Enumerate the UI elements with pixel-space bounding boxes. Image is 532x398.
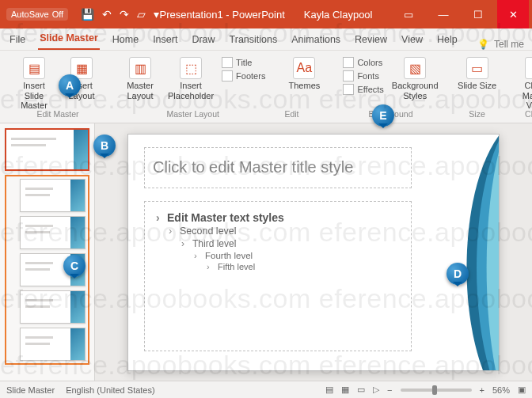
slide-editor[interactable]: Click to edit Master title style Edit Ma… <box>95 123 532 381</box>
title-placeholder-text: Click to edit Master title style <box>153 158 353 176</box>
group-caption: Edit Theme <box>284 106 324 122</box>
layout-thumb[interactable] <box>20 290 86 324</box>
layout-thumb[interactable] <box>20 216 86 249</box>
qat-more-icon[interactable]: ▾ <box>154 8 159 21</box>
autosave-label: AutoSave <box>11 9 49 19</box>
insert-placeholder-button[interactable]: ⬚ Insert Placeholder <box>168 54 214 100</box>
checkbox-icon <box>222 70 233 81</box>
ribbon-group-edit-theme: Aa Themes Edit Theme <box>276 54 332 123</box>
slide-size-icon: ▭ <box>466 57 488 79</box>
callout-c: C <box>63 255 86 277</box>
tab-view[interactable]: View <box>400 30 424 50</box>
slide-master-icon: ▤ <box>23 57 45 79</box>
status-view-label: Slide Master <box>6 385 55 395</box>
autosave-toggle[interactable]: AutoSave Off <box>6 8 68 21</box>
redo-icon[interactable]: ↷ <box>120 8 129 21</box>
callout-d: D <box>446 263 469 285</box>
insert-slide-master-button[interactable]: ▤ Insert Slide Master <box>14 54 54 111</box>
tab-draw[interactable]: Draw <box>190 30 216 50</box>
workspace: Click to edit Master title style Edit Ma… <box>0 123 532 381</box>
tab-review[interactable]: Review <box>353 30 389 50</box>
user-name: Kayla Claypool <box>304 9 373 21</box>
view-sorter-icon[interactable]: ▦ <box>341 385 349 395</box>
effects-icon <box>343 84 354 95</box>
callout-a: A <box>59 74 81 97</box>
body-text-lvl3: Third level <box>181 238 400 249</box>
fonts-icon <box>343 70 354 81</box>
zoom-out-icon[interactable]: − <box>387 385 392 395</box>
layout-thumb[interactable] <box>20 328 86 361</box>
body-placeholder[interactable]: Edit Master text styles Second level Thi… <box>144 201 412 351</box>
placeholder-icon: ⬚ <box>180 57 202 79</box>
quick-access-toolbar: 💾 ↶ ↷ ▱ ▾ <box>81 8 159 21</box>
ribbon-group-close: ✕ Close Master View Close <box>508 54 532 123</box>
tab-home[interactable]: Home <box>111 30 140 50</box>
master-layout-button[interactable]: ▥ Master Layout <box>120 54 160 100</box>
themes-icon: Aa <box>293 57 315 79</box>
themes-button[interactable]: Aa Themes <box>284 54 324 91</box>
slide-canvas[interactable]: Click to edit Master title style Edit Ma… <box>127 134 500 371</box>
tell-me-search[interactable]: 💡 Tell me <box>477 39 524 50</box>
title-bar-left: AutoSave Off 💾 ↶ ↷ ▱ ▾ <box>0 8 159 21</box>
ribbon-group-edit-master: ▤ Insert Slide Master ▦ Insert Layout Ed… <box>6 54 109 123</box>
colors-button[interactable]: Colors <box>343 57 383 68</box>
autosave-state: Off <box>52 9 63 19</box>
ribbon-group-master-layout: ▥ Master Layout ⬚ Insert Placeholder Tit… <box>112 54 273 123</box>
zoom-in-icon[interactable]: + <box>480 385 484 395</box>
fit-to-window-icon[interactable]: ▣ <box>518 385 526 395</box>
body-text-lvl4: Fourth level <box>194 251 400 260</box>
fonts-button[interactable]: Fonts <box>343 70 383 81</box>
tab-help[interactable]: Help <box>435 30 459 50</box>
status-language[interactable]: English (United States) <box>66 385 155 395</box>
close-master-icon: ✕ <box>525 57 532 79</box>
view-normal-icon[interactable]: ▤ <box>325 385 333 395</box>
footers-checkbox[interactable]: Footers <box>222 70 265 81</box>
slide-size-button[interactable]: ▭ Slide Size <box>458 54 497 91</box>
view-slideshow-icon[interactable]: ▷ <box>373 385 379 395</box>
body-text-lvl1: Edit Master text styles <box>156 211 400 224</box>
ribbon-options-icon[interactable]: ▭ <box>393 0 424 28</box>
background-icon: ▧ <box>404 57 426 79</box>
zoom-slider[interactable] <box>401 389 472 392</box>
zoom-value[interactable]: 56% <box>492 385 510 395</box>
zoom-slider-thumb[interactable] <box>432 385 437 395</box>
close-master-view-button[interactable]: ✕ Close Master View <box>516 54 532 111</box>
tab-insert[interactable]: Insert <box>151 30 179 50</box>
colors-icon <box>343 57 354 68</box>
callout-b: B <box>93 135 116 157</box>
group-caption: Edit Master <box>36 106 78 122</box>
close-button[interactable]: ✕ <box>497 0 529 28</box>
thumbnail-pane[interactable] <box>0 123 95 381</box>
save-icon[interactable]: 💾 <box>81 8 94 21</box>
document-title: Presentation1 - PowerPoint <box>160 9 285 21</box>
view-reading-icon[interactable]: ▭ <box>357 385 365 395</box>
group-caption: Close <box>525 106 532 122</box>
checkbox-icon <box>222 57 233 68</box>
group-caption: Size <box>469 106 484 122</box>
tab-slide-master[interactable]: Slide Master <box>38 28 100 50</box>
effects-button[interactable]: Effects <box>343 84 383 95</box>
slide-theme-graphic <box>424 135 499 370</box>
master-layout-icon: ▥ <box>129 57 151 79</box>
lightbulb-icon: 💡 <box>477 39 489 50</box>
ribbon-group-size: ▭ Slide Size Size <box>450 54 505 123</box>
title-bar-right: ▭ — ☐ ✕ <box>393 0 532 28</box>
slide-master-thumb[interactable] <box>5 128 89 171</box>
callout-e: E <box>372 104 394 127</box>
layout-thumb[interactable] <box>20 179 86 212</box>
undo-icon[interactable]: ↶ <box>102 8 112 21</box>
group-caption: Master Layout <box>166 106 219 122</box>
tab-file[interactable]: File <box>8 30 27 50</box>
title-placeholder[interactable]: Click to edit Master title style <box>144 147 412 188</box>
background-styles-button[interactable]: ▧ Background Styles <box>392 54 439 100</box>
tab-animations[interactable]: Animations <box>290 30 342 50</box>
title-bar-center: Presentation1 - PowerPoint Kayla Claypoo… <box>160 9 373 21</box>
maximize-button[interactable]: ☐ <box>462 0 494 28</box>
body-text-lvl2: Second level <box>169 226 400 237</box>
title-checkbox[interactable]: Title <box>222 57 265 68</box>
status-bar: Slide Master English (United States) ▤ ▦… <box>0 381 532 398</box>
minimize-button[interactable]: — <box>428 0 459 28</box>
tab-transitions[interactable]: Transitions <box>228 30 279 50</box>
tell-me-label: Tell me <box>494 39 524 50</box>
start-slideshow-icon[interactable]: ▱ <box>137 8 146 21</box>
